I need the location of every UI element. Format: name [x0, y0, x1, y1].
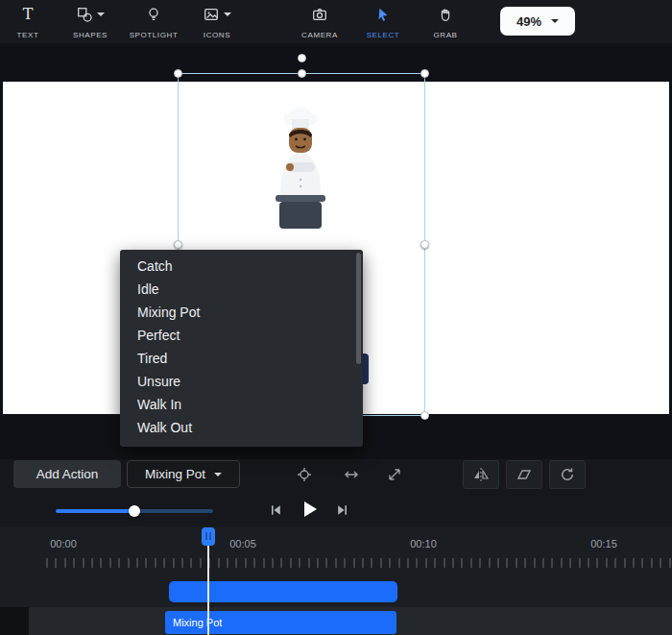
selected-action-label: Mixing Pot [145, 467, 205, 481]
action-dropdown-menu: Catch Idle Mixing Pot Perfect Tired Unsu… [120, 250, 363, 447]
menu-item-unsure[interactable]: Unsure [120, 370, 363, 393]
ruler-label-0000: 00:00 [42, 538, 84, 550]
next-frame-icon [335, 502, 350, 518]
position-button[interactable] [286, 461, 323, 488]
grab-hand-icon [437, 6, 454, 23]
slider-knob[interactable] [129, 505, 140, 517]
slider-track-filled [56, 509, 134, 513]
rotate-icon [558, 465, 577, 484]
tool-icons-label: ICONS [204, 31, 230, 39]
next-frame-button[interactable] [334, 501, 351, 519]
menu-item-perfect[interactable]: Perfect [120, 324, 363, 347]
tool-shapes-label: SHAPES [73, 31, 108, 39]
spotlight-icon [145, 6, 162, 23]
play-button[interactable] [297, 497, 322, 522]
tool-text[interactable]: T TEXT [0, 5, 56, 39]
text-icon: T [23, 5, 34, 24]
action-clip-mixing-pot[interactable]: Mixing Pot [165, 611, 396, 634]
timeline-panel: 00:00 00:05 00:10 00:15 Mixing Pot [0, 526, 672, 635]
ruler-label-0010: 00:10 [402, 538, 444, 550]
menu-item-catch[interactable]: Catch [120, 255, 363, 278]
resize-handle-top-left[interactable] [174, 69, 182, 78]
tool-icons[interactable]: ICONS [189, 5, 245, 39]
position-icon [295, 465, 314, 484]
slider-track-empty [134, 509, 213, 513]
previous-frame-button[interactable] [267, 501, 284, 519]
menu-item-walk-in[interactable]: Walk In [120, 393, 363, 416]
playhead-line [207, 536, 209, 635]
previous-frame-icon [268, 502, 283, 518]
flip-horizontal-button[interactable] [463, 460, 499, 489]
action-track-header [0, 607, 29, 635]
menu-item-walk-out[interactable]: Walk Out [120, 416, 363, 439]
ruler-ticks[interactable] [46, 558, 672, 568]
chevron-down-icon [551, 19, 559, 23]
chevron-down-icon [224, 12, 231, 16]
resize-handle-bottom-right[interactable] [420, 411, 429, 420]
camera-icon [311, 6, 328, 23]
tool-camera[interactable]: CAMERA [292, 5, 348, 39]
icons-icon [203, 6, 220, 23]
timeline-zoom-slider[interactable] [56, 505, 213, 517]
dropdown-scrollbar [356, 253, 361, 444]
resize-handle-top-right[interactable] [420, 69, 429, 78]
diagonal-resize-button[interactable] [376, 461, 413, 488]
tool-text-label: TEXT [17, 31, 39, 39]
tool-select[interactable]: SELECT [355, 5, 411, 39]
menu-item-tired[interactable]: Tired [120, 347, 363, 370]
tool-spotlight[interactable]: SPOTLIGHT [126, 5, 181, 39]
menu-item-mixing-pot[interactable]: Mixing Pot [120, 301, 363, 324]
zoom-value: 49% [516, 14, 541, 29]
tool-shapes[interactable]: SHAPES [62, 5, 118, 39]
tool-spotlight-label: SPOTLIGHT [130, 31, 179, 39]
animation-editor-window: T TEXT SHAPES SPOTLIGHT [0, 0, 672, 635]
chevron-down-icon [97, 12, 105, 16]
resize-handle-left[interactable] [174, 240, 182, 249]
tool-grab-label: GRAB [433, 31, 457, 39]
tool-camera-label: CAMERA [301, 31, 338, 39]
ruler-label-0005: 00:05 [222, 538, 264, 550]
tool-select-label: SELECT [367, 31, 400, 39]
tool-grab[interactable]: GRAB [418, 5, 473, 39]
diagonal-resize-icon [385, 465, 404, 484]
action-select-button[interactable]: Mixing Pot [127, 460, 240, 488]
select-cursor-icon [374, 6, 392, 23]
resize-handle-top-center[interactable] [298, 69, 306, 78]
width-resize-button[interactable] [333, 461, 370, 488]
top-toolbar: T TEXT SHAPES SPOTLIGHT [0, 0, 672, 43]
skew-button[interactable] [506, 460, 542, 489]
width-resize-icon [342, 465, 361, 484]
rotate-handle[interactable] [298, 54, 306, 62]
scrollbar-thumb[interactable] [356, 253, 361, 364]
add-action-button[interactable]: Add Action [13, 460, 121, 488]
play-icon [299, 499, 320, 520]
resize-handle-right[interactable] [420, 240, 429, 249]
zoom-level-dropdown[interactable]: 49% [500, 7, 575, 36]
chevron-down-icon [214, 473, 222, 476]
shapes-icon [76, 6, 93, 23]
skew-icon [515, 465, 534, 484]
playhead-handle[interactable] [202, 527, 215, 546]
timeline-clip[interactable] [169, 581, 397, 602]
ruler-label-0015: 00:15 [583, 538, 625, 550]
menu-item-idle[interactable]: Idle [120, 278, 363, 301]
flip-horizontal-icon [471, 465, 491, 484]
rotate-button[interactable] [549, 460, 586, 489]
